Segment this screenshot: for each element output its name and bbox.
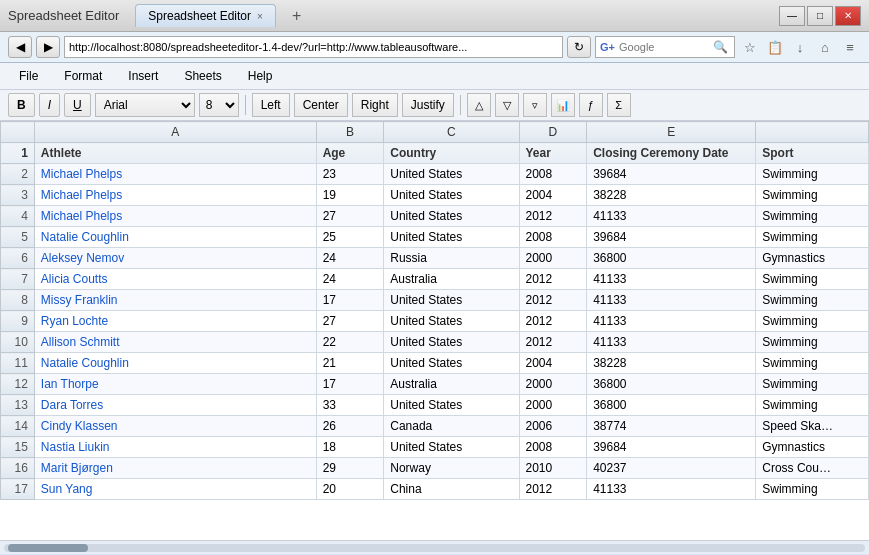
tab-close-btn[interactable]: ×: [257, 11, 263, 22]
table-row[interactable]: 16Marit Bjørgen29Norway201040237Cross Co…: [1, 458, 869, 479]
cell-4-3[interactable]: 2012: [519, 206, 587, 227]
toolbar-icon-5[interactable]: ƒ: [579, 93, 603, 117]
home-btn[interactable]: ⌂: [814, 36, 836, 58]
col-header-e[interactable]: E: [587, 122, 756, 143]
cell-14-4[interactable]: 38774: [587, 416, 756, 437]
cell-6-1[interactable]: 24: [316, 248, 384, 269]
cell-3-2[interactable]: United States: [384, 185, 519, 206]
table-row[interactable]: 5Natalie Coughlin25United States20083968…: [1, 227, 869, 248]
bold-btn[interactable]: B: [8, 93, 35, 117]
cell-10-1[interactable]: 22: [316, 332, 384, 353]
cell-4-2[interactable]: United States: [384, 206, 519, 227]
cell-6-0[interactable]: Aleksey Nemov: [34, 248, 316, 269]
cell-15-0[interactable]: Nastia Liukin: [34, 437, 316, 458]
cell-16-4[interactable]: 40237: [587, 458, 756, 479]
cell-4-5[interactable]: Swimming: [756, 206, 869, 227]
table-row[interactable]: 8Missy Franklin17United States201241133S…: [1, 290, 869, 311]
font-select[interactable]: Arial Times New Roman Courier New: [95, 93, 195, 117]
h-scroll-thumb[interactable]: [8, 544, 88, 552]
cell-14-1[interactable]: 26: [316, 416, 384, 437]
cell-6-5[interactable]: Gymnastics: [756, 248, 869, 269]
cell-8-2[interactable]: United States: [384, 290, 519, 311]
new-tab-btn[interactable]: +: [284, 3, 309, 29]
cell-1-3[interactable]: Year: [519, 143, 587, 164]
star-btn[interactable]: ☆: [739, 36, 761, 58]
cell-3-4[interactable]: 38228: [587, 185, 756, 206]
forward-btn[interactable]: ▶: [36, 36, 60, 58]
cell-4-0[interactable]: Michael Phelps: [34, 206, 316, 227]
italic-btn[interactable]: I: [39, 93, 60, 117]
cell-5-2[interactable]: United States: [384, 227, 519, 248]
table-row[interactable]: 17Sun Yang20China201241133Swimming: [1, 479, 869, 500]
cell-12-4[interactable]: 36800: [587, 374, 756, 395]
cell-6-2[interactable]: Russia: [384, 248, 519, 269]
cell-3-0[interactable]: Michael Phelps: [34, 185, 316, 206]
underline-btn[interactable]: U: [64, 93, 91, 117]
cell-17-1[interactable]: 20: [316, 479, 384, 500]
table-row[interactable]: 12Ian Thorpe17Australia200036800Swimming: [1, 374, 869, 395]
cell-8-0[interactable]: Missy Franklin: [34, 290, 316, 311]
col-header-c[interactable]: C: [384, 122, 519, 143]
search-input[interactable]: [619, 41, 709, 53]
refresh-btn[interactable]: ↻: [567, 36, 591, 58]
browser-tab[interactable]: Spreadsheet Editor ×: [135, 4, 276, 27]
cell-12-0[interactable]: Ian Thorpe: [34, 374, 316, 395]
cell-8-3[interactable]: 2012: [519, 290, 587, 311]
table-row[interactable]: 9Ryan Lochte27United States201241133Swim…: [1, 311, 869, 332]
cell-12-1[interactable]: 17: [316, 374, 384, 395]
menu-help[interactable]: Help: [237, 65, 284, 87]
search-icon[interactable]: 🔍: [713, 40, 728, 54]
cell-3-5[interactable]: Swimming: [756, 185, 869, 206]
col-header-b[interactable]: B: [316, 122, 384, 143]
cell-2-5[interactable]: Swimming: [756, 164, 869, 185]
cell-7-1[interactable]: 24: [316, 269, 384, 290]
cell-8-5[interactable]: Swimming: [756, 290, 869, 311]
cell-1-4[interactable]: Closing Ceremony Date: [587, 143, 756, 164]
cell-15-3[interactable]: 2008: [519, 437, 587, 458]
cell-14-2[interactable]: Canada: [384, 416, 519, 437]
cell-1-2[interactable]: Country: [384, 143, 519, 164]
align-justify-btn[interactable]: Justify: [402, 93, 454, 117]
cell-10-2[interactable]: United States: [384, 332, 519, 353]
cell-15-2[interactable]: United States: [384, 437, 519, 458]
download-btn[interactable]: ↓: [789, 36, 811, 58]
cell-14-0[interactable]: Cindy Klassen: [34, 416, 316, 437]
cell-5-5[interactable]: Swimming: [756, 227, 869, 248]
cell-9-2[interactable]: United States: [384, 311, 519, 332]
cell-13-5[interactable]: Swimming: [756, 395, 869, 416]
cell-8-4[interactable]: 41133: [587, 290, 756, 311]
cell-2-1[interactable]: 23: [316, 164, 384, 185]
table-row[interactable]: 1AthleteAgeCountryYearClosing Ceremony D…: [1, 143, 869, 164]
back-btn[interactable]: ◀: [8, 36, 32, 58]
cell-16-2[interactable]: Norway: [384, 458, 519, 479]
cell-17-2[interactable]: China: [384, 479, 519, 500]
align-left-btn[interactable]: Left: [252, 93, 290, 117]
cell-11-4[interactable]: 38228: [587, 353, 756, 374]
table-row[interactable]: 10Allison Schmitt22United States20124113…: [1, 332, 869, 353]
cell-15-5[interactable]: Gymnastics: [756, 437, 869, 458]
cell-12-5[interactable]: Swimming: [756, 374, 869, 395]
close-btn[interactable]: ✕: [835, 6, 861, 26]
table-row[interactable]: 13Dara Torres33United States200036800Swi…: [1, 395, 869, 416]
size-select[interactable]: 8 10 12 14: [199, 93, 239, 117]
minimize-btn[interactable]: —: [779, 6, 805, 26]
cell-2-0[interactable]: Michael Phelps: [34, 164, 316, 185]
table-row[interactable]: 14Cindy Klassen26Canada200638774Speed Sk…: [1, 416, 869, 437]
cell-17-5[interactable]: Swimming: [756, 479, 869, 500]
cell-11-2[interactable]: United States: [384, 353, 519, 374]
cell-7-5[interactable]: Swimming: [756, 269, 869, 290]
table-row[interactable]: 15Nastia Liukin18United States200839684G…: [1, 437, 869, 458]
cell-13-0[interactable]: Dara Torres: [34, 395, 316, 416]
menu-sheets[interactable]: Sheets: [173, 65, 232, 87]
cell-17-0[interactable]: Sun Yang: [34, 479, 316, 500]
cell-10-4[interactable]: 41133: [587, 332, 756, 353]
cell-3-1[interactable]: 19: [316, 185, 384, 206]
cell-5-1[interactable]: 25: [316, 227, 384, 248]
cell-17-4[interactable]: 41133: [587, 479, 756, 500]
cell-2-2[interactable]: United States: [384, 164, 519, 185]
table-row[interactable]: 7Alicia Coutts24Australia201241133Swimmi…: [1, 269, 869, 290]
cell-1-1[interactable]: Age: [316, 143, 384, 164]
cell-1-5[interactable]: Sport: [756, 143, 869, 164]
table-row[interactable]: 6Aleksey Nemov24Russia200036800Gymnastic…: [1, 248, 869, 269]
toolbar-icon-1[interactable]: △: [467, 93, 491, 117]
